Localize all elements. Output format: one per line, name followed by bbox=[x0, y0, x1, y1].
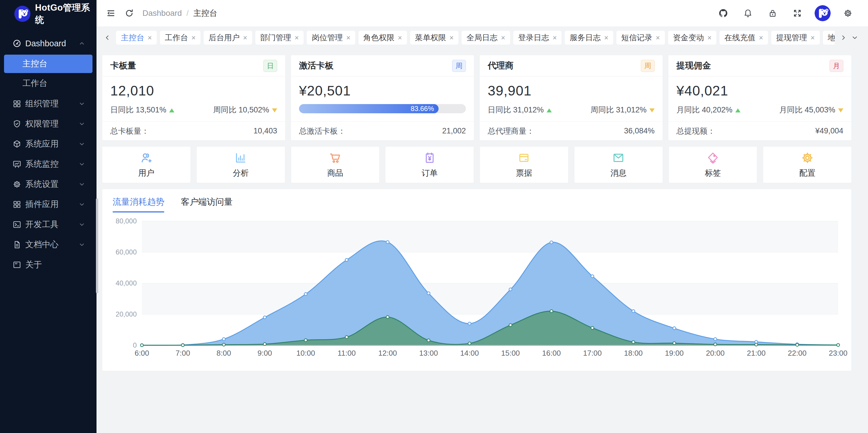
tab-chip[interactable]: 在线充值 × bbox=[719, 31, 768, 45]
tab-close-icon[interactable]: × bbox=[295, 34, 299, 41]
page-content: 卡板量 日 12,010 日同比 13,501% 周同比 10,502% 总卡板… bbox=[96, 49, 868, 433]
quick-action-label: 订单 bbox=[422, 168, 438, 178]
tab-close-icon[interactable]: × bbox=[148, 34, 152, 41]
traffic-chart-card: 流量消耗趋势客户端访问量 020,00040,00060,00080,0006:… bbox=[102, 189, 851, 371]
tab-close-icon[interactable]: × bbox=[346, 34, 350, 41]
tab-chip[interactable]: 岗位管理 × bbox=[307, 31, 355, 45]
svg-text:13:00: 13:00 bbox=[420, 349, 438, 357]
svg-text:22:00: 22:00 bbox=[788, 349, 807, 357]
trend-down-icon bbox=[838, 108, 843, 112]
trend-down-icon bbox=[272, 108, 277, 112]
breadcrumb: Dashboard / 主控台 bbox=[143, 8, 217, 19]
quick-action-用户[interactable]: 用户 bbox=[102, 147, 190, 183]
breadcrumb-section[interactable]: Dashboard bbox=[143, 9, 182, 18]
sidebar-item-docs[interactable]: 文档中心 bbox=[0, 235, 96, 255]
stat-sub-left: 日同比 31,012% bbox=[488, 106, 544, 114]
menu-label: 权限管理 bbox=[25, 118, 79, 130]
tab-close-icon[interactable]: × bbox=[759, 34, 763, 41]
tabs-scroll-left-button[interactable] bbox=[102, 31, 113, 45]
cube-icon bbox=[12, 139, 22, 149]
settings-button[interactable] bbox=[840, 6, 855, 21]
chart-area: 020,00040,00060,00080,0006:007:008:009:0… bbox=[111, 217, 843, 359]
stat-card-title: 代理商 bbox=[488, 60, 514, 71]
stat-card-period-badge: 周 bbox=[452, 60, 466, 72]
tab-chip[interactable]: 短信记录 × bbox=[616, 31, 665, 45]
chart-tab[interactable]: 客户端访问量 bbox=[181, 196, 232, 212]
sidebar-item-about[interactable]: 关于 bbox=[0, 255, 96, 275]
chart-tabs: 流量消耗趋势客户端访问量 bbox=[111, 196, 843, 212]
terminal-icon bbox=[12, 220, 22, 229]
tab-close-icon[interactable]: × bbox=[811, 34, 815, 41]
sidebar-item-org[interactable]: 组织管理 bbox=[0, 94, 96, 114]
tab-chip[interactable]: 菜单权限 × bbox=[410, 31, 459, 45]
sidebar-item-console[interactable]: 主控台 bbox=[4, 55, 92, 73]
tab-chip[interactable]: 主控台 × bbox=[116, 31, 157, 45]
tab-close-icon[interactable]: × bbox=[398, 34, 402, 41]
traffic-trend-chart: 020,00040,00060,00080,0006:007:008:009:0… bbox=[111, 217, 843, 359]
quick-action-label: 商品 bbox=[327, 168, 343, 178]
sidebar-item-dashboard[interactable]: Dashboard bbox=[0, 33, 96, 54]
quick-action-商品[interactable]: 商品 bbox=[291, 147, 379, 183]
tab-close-icon[interactable]: × bbox=[243, 34, 247, 41]
sidebar-item-settings[interactable]: 系统设置 bbox=[0, 174, 96, 194]
lock-screen-button[interactable] bbox=[765, 6, 780, 21]
document-icon bbox=[12, 240, 22, 250]
quick-action-label: 配置 bbox=[799, 168, 815, 178]
sidebar-item-apps[interactable]: 系统应用 bbox=[0, 134, 96, 154]
tab-close-icon[interactable]: × bbox=[707, 34, 712, 41]
tab-chip[interactable]: 工作台 × bbox=[160, 31, 201, 45]
tab-close-icon[interactable]: × bbox=[656, 34, 660, 41]
menu-label: 关于 bbox=[25, 259, 79, 270]
tab-chip[interactable]: 提现管理 × bbox=[771, 31, 820, 45]
sidebar-item-monitor[interactable]: 系统监控 bbox=[0, 154, 96, 174]
tab-chip[interactable]: 地区编码 × bbox=[823, 31, 835, 45]
tab-chip[interactable]: 资金变动 × bbox=[668, 31, 717, 45]
chart-tab[interactable]: 流量消耗趋势 bbox=[113, 196, 164, 212]
tab-chip[interactable]: 角色权限 × bbox=[359, 31, 407, 45]
sidebar-item-plugins[interactable]: 插件应用 bbox=[0, 194, 96, 214]
grid-icon bbox=[12, 200, 22, 209]
monitor-icon bbox=[12, 159, 22, 169]
about-icon bbox=[12, 260, 22, 270]
refresh-button[interactable] bbox=[122, 6, 137, 21]
tabs-scroll-right-button[interactable] bbox=[838, 31, 849, 45]
quick-action-订单[interactable]: 订单 bbox=[385, 147, 474, 183]
tab-close-icon[interactable]: × bbox=[501, 34, 505, 41]
stat-card: 代理商 周 39,901 日同比 31,012% 周同比 31,012% 总代理… bbox=[480, 55, 663, 140]
sidebar-scrollbar[interactable] bbox=[96, 198, 98, 293]
tab-chip[interactable]: 登录日志 × bbox=[513, 31, 562, 45]
tab-close-icon[interactable]: × bbox=[450, 34, 454, 41]
sidebar-item-devtools[interactable]: 开发工具 bbox=[0, 214, 96, 235]
svg-text:20,000: 20,000 bbox=[116, 310, 137, 318]
quick-action-label: 消息 bbox=[610, 168, 626, 178]
tab-close-icon[interactable]: × bbox=[192, 34, 196, 41]
tab-close-icon[interactable]: × bbox=[553, 34, 557, 41]
tab-chip[interactable]: 部门管理 × bbox=[255, 31, 304, 45]
quick-action-配置[interactable]: 配置 bbox=[763, 147, 851, 183]
svg-text:7:00: 7:00 bbox=[176, 349, 190, 357]
sidebar-menu: Dashboard 主控台 工作台 组织管理 权限管理 系统应用 系统监控 系统… bbox=[0, 28, 96, 275]
page-tabbar: 主控台 × 工作台 × 后台用户 × 部门管理 × 岗位管理 × 角色权限 × … bbox=[96, 26, 868, 49]
quick-action-消息[interactable]: 消息 bbox=[575, 147, 663, 183]
sidebar-item-auth[interactable]: 权限管理 bbox=[0, 114, 96, 134]
stat-footer-value: 10,403 bbox=[253, 126, 277, 136]
tab-close-icon[interactable]: × bbox=[604, 34, 608, 41]
app-logo[interactable]: HotGo管理系统 bbox=[0, 0, 96, 28]
fullscreen-button[interactable] bbox=[790, 6, 805, 21]
notifications-button[interactable] bbox=[741, 6, 755, 21]
collapse-menu-button[interactable] bbox=[103, 6, 118, 21]
tab-chip[interactable]: 后台用户 × bbox=[204, 31, 252, 45]
stat-card-period-badge: 周 bbox=[641, 60, 655, 72]
menu-label: 系统监控 bbox=[25, 158, 79, 170]
tab-chip[interactable]: 服务日志 × bbox=[565, 31, 613, 45]
quick-action-分析[interactable]: 分析 bbox=[197, 147, 285, 183]
github-button[interactable] bbox=[716, 6, 731, 21]
user-avatar[interactable] bbox=[814, 5, 831, 21]
tabs-dropdown-button[interactable] bbox=[849, 31, 861, 45]
grid-icon bbox=[12, 99, 22, 109]
sidebar-item-workbench[interactable]: 工作台 bbox=[4, 74, 92, 93]
progress-fill: 83.66% bbox=[299, 104, 439, 113]
quick-action-标签[interactable]: 标签 bbox=[669, 147, 757, 183]
tab-chip[interactable]: 全局日志 × bbox=[462, 31, 510, 45]
quick-action-票据[interactable]: 票据 bbox=[480, 147, 568, 183]
